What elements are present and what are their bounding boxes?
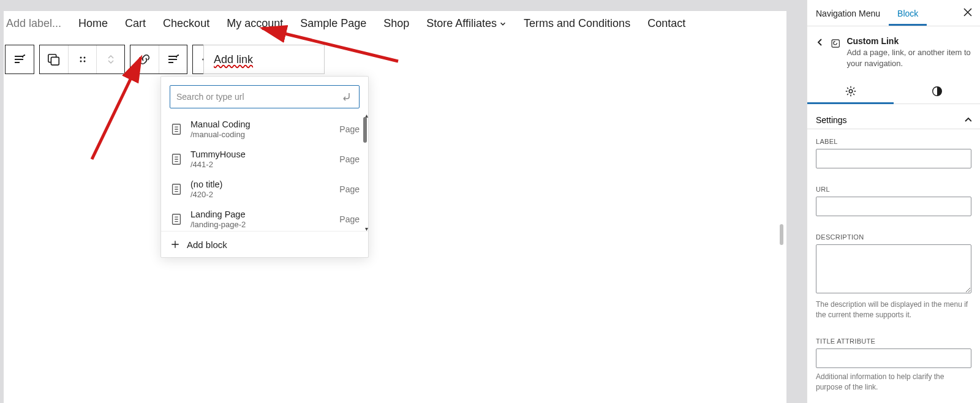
navigation-menu: Add label... Home Cart Checkout My accou…	[4, 11, 786, 35]
result-slug: /441-2	[190, 160, 328, 170]
add-block-button[interactable]: Add block	[161, 231, 368, 257]
nav-label: Shop	[383, 17, 409, 30]
settings-panel-toggle[interactable]: Settings	[816, 115, 971, 125]
url-input[interactable]	[816, 197, 971, 216]
drag-icon	[78, 55, 87, 64]
chevron-up-icon	[963, 116, 971, 124]
block-type-button[interactable]	[6, 45, 34, 73]
parent-block-icon	[47, 53, 61, 66]
add-submenu-button[interactable]	[159, 45, 187, 73]
link-result-item[interactable]: Landing Page /landing-page-2 Page	[161, 205, 368, 231]
title-attr-help: Additional information to help clarify t…	[816, 372, 971, 393]
settings-sidebar: Navigation Menu Block Custom Link Add a …	[807, 0, 980, 403]
nav-item-terms[interactable]: Terms and Conditions	[524, 17, 630, 30]
link-results: ▴ Manual Coding /manual-coding Page Tumm…	[161, 115, 368, 231]
nav-label: Sample Page	[300, 17, 366, 30]
link-search-input[interactable]	[170, 85, 360, 108]
link-result-item[interactable]: (no title) /420-2 Page	[161, 175, 368, 205]
link-result-item[interactable]: Manual Coding /manual-coding Page	[161, 115, 368, 145]
page-icon	[170, 122, 183, 136]
close-sidebar-button[interactable]	[962, 6, 974, 18]
page-icon	[170, 213, 183, 226]
result-slug: /420-2	[190, 190, 328, 200]
link-suggestions-popover: ▴ Manual Coding /manual-coding Page Tumm…	[160, 76, 369, 258]
link-result-item[interactable]: TummyHouse /441-2 Page	[161, 145, 368, 175]
panel-title: Settings	[816, 115, 847, 125]
scroll-down-arrow[interactable]: ▾	[365, 225, 368, 231]
chevron-down-icon	[499, 20, 507, 28]
drag-handle[interactable]	[68, 45, 96, 73]
result-title: Landing Page	[190, 209, 328, 220]
result-type: Page	[335, 124, 360, 134]
nav-label: Cart	[125, 17, 146, 30]
back-button[interactable]	[816, 36, 824, 50]
subtab-settings[interactable]	[807, 79, 894, 104]
description-help: The description will be displayed in the…	[816, 299, 971, 320]
result-type: Page	[335, 154, 360, 164]
nav-item-sample-page[interactable]: Sample Page	[300, 17, 366, 30]
canvas-scroll-thumb[interactable]	[780, 224, 783, 245]
nav-label: Checkout	[163, 17, 209, 30]
scroll-thumb[interactable]	[363, 117, 367, 143]
tab-navigation-menu[interactable]: Navigation Menu	[807, 0, 889, 26]
tab-block[interactable]: Block	[889, 0, 927, 26]
result-title: TummyHouse	[190, 149, 328, 160]
result-title: Manual Coding	[190, 119, 328, 130]
nav-item-home[interactable]: Home	[78, 17, 108, 30]
result-type: Page	[335, 214, 360, 224]
submenu-icon	[13, 53, 26, 66]
nav-item-contact[interactable]: Contact	[647, 17, 685, 30]
link-icon	[138, 53, 151, 66]
nav-label: My account	[227, 17, 283, 30]
nav-item-cart[interactable]: Cart	[125, 17, 146, 30]
description-label: DESCRIPTION	[816, 233, 971, 241]
nav-label: Terms and Conditions	[524, 17, 630, 30]
custom-link-icon	[831, 36, 840, 51]
nav-item-shop[interactable]: Shop	[383, 17, 409, 30]
subtab-styles[interactable]	[894, 79, 980, 104]
title-attr-label: TITLE ATTRIBUTE	[816, 337, 971, 345]
add-link-input[interactable]: Add link	[203, 45, 325, 74]
plus-icon	[170, 239, 181, 250]
nav-label: Home	[78, 17, 108, 30]
description-textarea[interactable]	[816, 244, 971, 293]
title-attr-input[interactable]	[816, 348, 971, 368]
submenu-icon	[167, 53, 180, 66]
result-title: (no title)	[190, 179, 328, 190]
result-slug: /landing-page-2	[190, 220, 328, 230]
nav-item-my-account[interactable]: My account	[227, 17, 283, 30]
nav-label: Store Affiliates	[426, 17, 497, 30]
contrast-icon	[931, 85, 943, 97]
block-title: Custom Link	[846, 36, 971, 46]
block-toolbar	[5, 45, 227, 74]
url-label: URL	[816, 186, 971, 193]
gear-icon	[845, 85, 857, 97]
block-card: Custom Link Add a page, link, or another…	[807, 26, 980, 79]
page-icon	[170, 153, 183, 166]
select-parent-button[interactable]	[40, 45, 68, 73]
nav-item-store-affiliates[interactable]: Store Affiliates	[426, 17, 507, 30]
nav-item-checkout[interactable]: Checkout	[163, 17, 209, 30]
label-label: LABEL	[816, 138, 971, 145]
block-description: Add a page, link, or another item to you…	[846, 47, 971, 69]
result-type: Page	[335, 184, 360, 194]
add-block-label: Add block	[187, 239, 227, 250]
label-input[interactable]	[816, 149, 971, 168]
chevron-left-icon	[816, 37, 824, 47]
move-buttons[interactable]	[96, 45, 124, 73]
result-slug: /manual-coding	[190, 130, 328, 140]
add-link-label: Add link	[214, 53, 253, 66]
move-icon	[106, 55, 116, 64]
nav-label: Contact	[647, 17, 685, 30]
enter-icon	[340, 90, 353, 104]
add-label-placeholder[interactable]: Add label...	[6, 17, 61, 30]
link-button[interactable]	[130, 45, 159, 73]
page-icon	[170, 183, 183, 196]
